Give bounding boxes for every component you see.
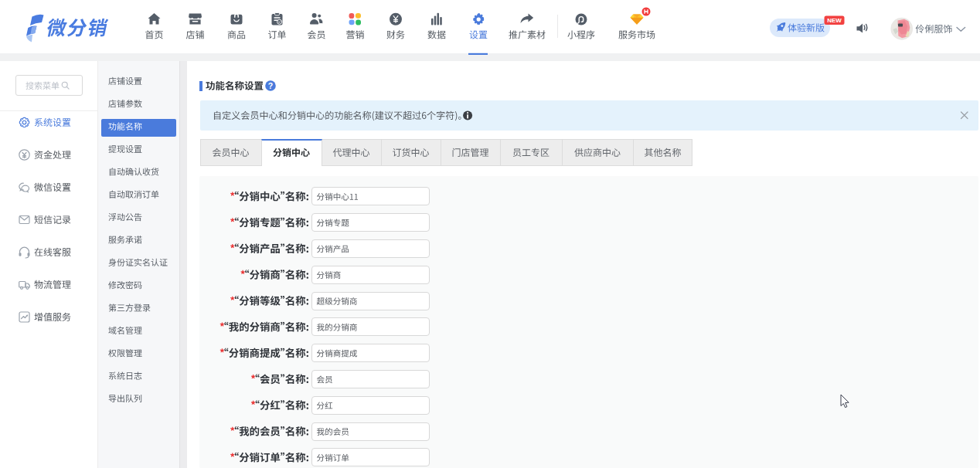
svg-text:NEW: NEW <box>827 17 842 24</box>
svg-text:?: ? <box>268 81 273 90</box>
